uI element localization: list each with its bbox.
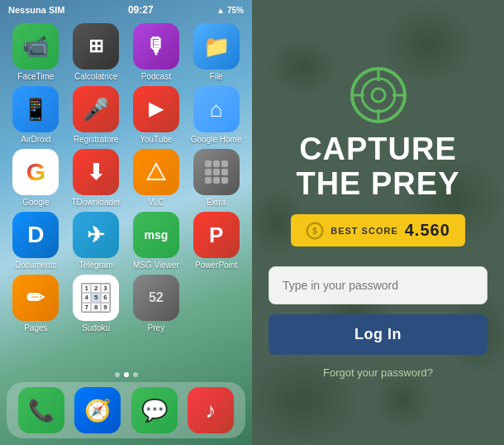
wifi-icon: ▲ bbox=[216, 6, 225, 15]
dock-phone[interactable]: 📞 bbox=[18, 387, 64, 433]
youtube-label: YouTube bbox=[140, 135, 172, 144]
dot-3 bbox=[133, 372, 138, 377]
app-grid: 📹 FaceTime ⊞ Calcolatrice 🎙 Podcast 📁 Fi… bbox=[0, 18, 252, 369]
status-icons: ▲ 75% bbox=[216, 6, 244, 15]
file-icon: 📁 bbox=[193, 23, 240, 69]
youtube-icon: ▶ bbox=[133, 86, 179, 132]
best-score-label: BEST SCORE bbox=[330, 226, 398, 236]
google-home-icon: ⌂ bbox=[193, 86, 240, 132]
safari-icon: 🧭 bbox=[74, 387, 121, 433]
app-powerpoint[interactable]: P PowerPoint bbox=[187, 212, 245, 270]
login-button[interactable]: Log In bbox=[269, 314, 487, 355]
forgot-password-link[interactable]: Forgot your password? bbox=[323, 366, 433, 379]
documents-label: Documents bbox=[15, 261, 57, 270]
coin-icon: $ bbox=[306, 222, 324, 240]
dock: 📞 🧭 💬 ♪ bbox=[7, 382, 245, 438]
prey-icon: 52 bbox=[133, 275, 179, 321]
calcolatrice-label: Calcolatrice bbox=[74, 72, 117, 81]
calcolatrice-icon: ⊞ bbox=[73, 23, 119, 69]
dock-safari[interactable]: 🧭 bbox=[74, 387, 121, 433]
carrier-label: Nessuna SIM bbox=[8, 5, 64, 15]
music-icon: ♪ bbox=[188, 387, 234, 433]
app-facetime[interactable]: 📹 FaceTime bbox=[7, 23, 65, 81]
app-youtube[interactable]: ▶ YouTube bbox=[127, 86, 186, 144]
telegram-icon: ✈ bbox=[73, 212, 119, 258]
messages-icon: 💬 bbox=[131, 387, 178, 433]
battery-label: 75% bbox=[227, 6, 244, 15]
app-telegram[interactable]: ✈ Telegram bbox=[67, 212, 126, 270]
dock-messages[interactable]: 💬 bbox=[131, 387, 178, 433]
app-file[interactable]: 📁 File bbox=[187, 23, 245, 81]
msg-label: MSG Viewer bbox=[133, 261, 179, 270]
page-dots bbox=[0, 369, 252, 382]
dot-1 bbox=[115, 372, 120, 377]
password-input[interactable] bbox=[269, 266, 487, 304]
airdroid-label: AirDroid bbox=[21, 135, 50, 144]
svg-text:$: $ bbox=[312, 227, 317, 236]
best-score-value: 4.560 bbox=[405, 221, 450, 240]
sudoku-icon: 123 456 789 bbox=[73, 275, 119, 321]
tdownloader-label: TDownloader bbox=[71, 198, 120, 207]
app-registratore[interactable]: 🎤 Registratore bbox=[67, 86, 126, 144]
best-score-badge: $ BEST SCORE 4.560 bbox=[291, 214, 465, 246]
vlc-label: VLC bbox=[148, 198, 164, 207]
telegram-label: Telegram bbox=[79, 261, 113, 270]
target-icon bbox=[349, 66, 407, 124]
sudoku-label: Sudoku bbox=[82, 323, 110, 333]
facetime-icon: 📹 bbox=[12, 23, 59, 69]
google-label: Google bbox=[22, 198, 49, 207]
svg-point-4 bbox=[372, 89, 385, 102]
file-label: File bbox=[210, 72, 223, 81]
game-title-line2: THE PREY bbox=[296, 167, 459, 202]
podcast-icon: 🎙 bbox=[133, 23, 179, 69]
app-sudoku[interactable]: 123 456 789 Sudoku bbox=[67, 275, 126, 333]
podcast-label: Podcast bbox=[141, 72, 171, 81]
extra-icon bbox=[193, 149, 240, 195]
app-extra[interactable]: Extra bbox=[187, 149, 245, 207]
pages-icon: ✏ bbox=[12, 275, 59, 321]
app-prey[interactable]: 52 Prey bbox=[127, 275, 186, 333]
app-msg[interactable]: msg MSG Viewer bbox=[127, 212, 186, 270]
app-calcolatrice[interactable]: ⊞ Calcolatrice bbox=[67, 23, 126, 81]
google-icon: G bbox=[12, 149, 59, 195]
pages-label: Pages bbox=[24, 323, 47, 333]
app-airdroid[interactable]: 📱 AirDroid bbox=[7, 86, 65, 144]
facetime-label: FaceTime bbox=[17, 72, 54, 81]
registratore-label: Registratore bbox=[74, 135, 118, 144]
google-home-label: Google Home bbox=[191, 135, 242, 144]
vlc-icon bbox=[133, 149, 179, 195]
documents-icon: D bbox=[12, 212, 59, 258]
app-documents[interactable]: D Documents bbox=[7, 212, 65, 270]
app-podcast[interactable]: 🎙 Podcast bbox=[127, 23, 186, 81]
app-google[interactable]: G Google bbox=[7, 149, 65, 207]
dock-music[interactable]: ♪ bbox=[188, 387, 234, 433]
app-tdownloader[interactable]: ⬇ TDownloader bbox=[67, 149, 126, 207]
game-title-line1: CAPTURE bbox=[296, 132, 459, 167]
app-empty bbox=[187, 275, 245, 333]
powerpoint-icon: P bbox=[193, 212, 240, 258]
prey-label: Prey bbox=[148, 323, 165, 333]
svg-point-3 bbox=[362, 79, 395, 112]
registratore-icon: 🎤 bbox=[73, 86, 119, 132]
dot-2 bbox=[124, 372, 129, 377]
app-vlc[interactable]: VLC bbox=[127, 149, 186, 207]
app-pages[interactable]: ✏ Pages bbox=[7, 275, 65, 333]
msg-icon: msg bbox=[133, 212, 179, 258]
app-google-home[interactable]: ⌂ Google Home bbox=[187, 86, 245, 144]
status-bar: Nessuna SIM 09:27 ▲ 75% bbox=[0, 0, 252, 18]
tdownloader-icon: ⬇ bbox=[73, 149, 119, 195]
game-title: CAPTURE THE PREY bbox=[296, 132, 459, 202]
airdroid-icon: 📱 bbox=[12, 86, 59, 132]
game-screen: CAPTURE THE PREY $ BEST SCORE 4.560 Log … bbox=[252, 0, 504, 445]
extra-label: Extra bbox=[207, 198, 226, 207]
powerpoint-label: PowerPoint bbox=[195, 261, 237, 270]
clock: 09:27 bbox=[128, 4, 154, 16]
ios-home-screen: Nessuna SIM 09:27 ▲ 75% 📹 FaceTime ⊞ Cal… bbox=[0, 0, 252, 445]
phone-icon: 📞 bbox=[18, 387, 64, 433]
